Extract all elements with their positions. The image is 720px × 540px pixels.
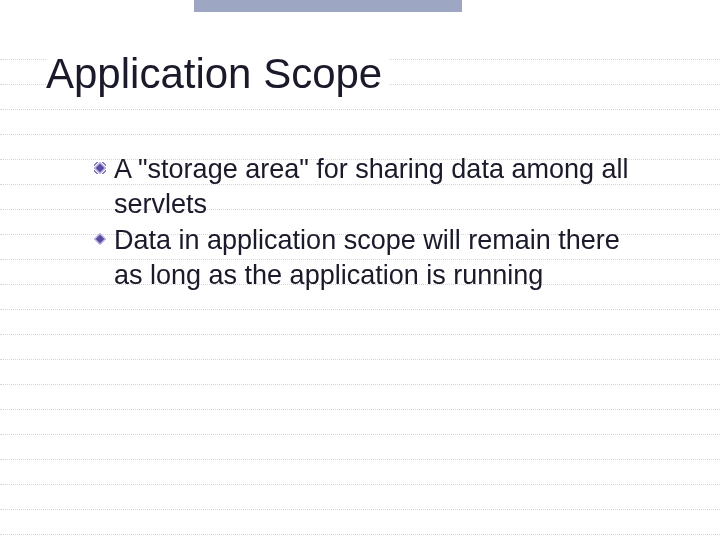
list-item: Data in application scope will remain th… bbox=[94, 223, 654, 292]
bullet-list: A "storage area" for sharing data among … bbox=[94, 152, 654, 292]
slide-title: Application Scope bbox=[46, 50, 388, 98]
slide-body: A "storage area" for sharing data among … bbox=[94, 152, 654, 294]
bullet-text: Data in application scope will remain th… bbox=[114, 225, 620, 290]
slide: Application Scope A "storage area" for s… bbox=[0, 0, 720, 540]
grid-top-gap bbox=[0, 35, 720, 38]
list-item: A "storage area" for sharing data among … bbox=[94, 152, 654, 221]
accent-bar bbox=[194, 0, 462, 12]
diamond-bullet-icon bbox=[94, 233, 106, 245]
diamond-bullet-icon bbox=[94, 162, 106, 174]
bullet-text: A "storage area" for sharing data among … bbox=[114, 154, 628, 219]
